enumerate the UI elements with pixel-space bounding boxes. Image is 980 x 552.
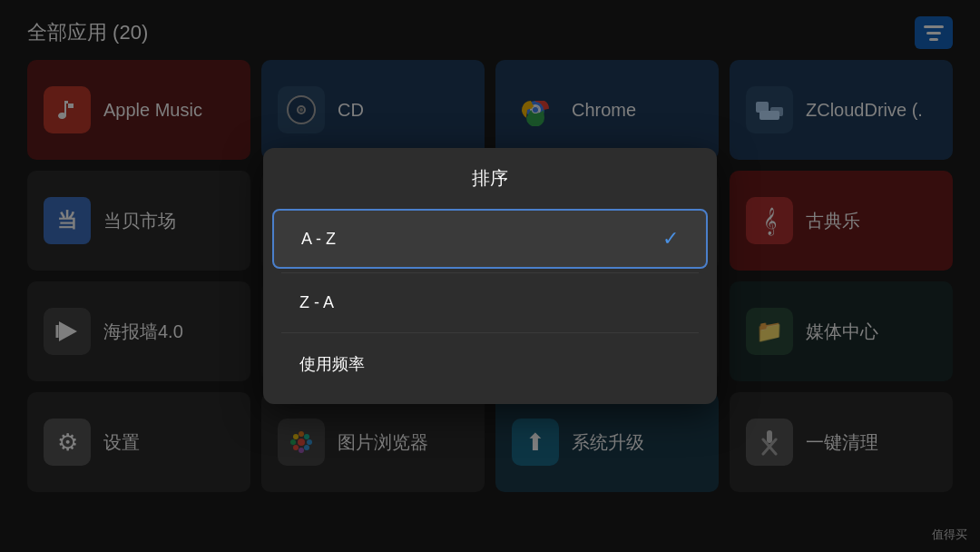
sort-option-freq-label: 使用频率 <box>299 353 365 375</box>
modal-overlay[interactable]: 排序 A - Z ✓ Z - A 使用频率 <box>0 0 980 552</box>
modal-divider-2 <box>281 332 699 333</box>
sort-option-za[interactable]: Z - A <box>272 277 708 329</box>
check-icon: ✓ <box>662 227 679 251</box>
sort-modal: 排序 A - Z ✓ Z - A 使用频率 <box>263 148 717 404</box>
sort-option-za-label: Z - A <box>299 293 334 312</box>
sort-option-freq[interactable]: 使用频率 <box>272 337 708 391</box>
sort-option-az[interactable]: A - Z ✓ <box>272 209 708 269</box>
modal-title: 排序 <box>263 148 717 205</box>
modal-divider-1 <box>281 272 699 273</box>
sort-option-az-label: A - Z <box>301 230 336 249</box>
